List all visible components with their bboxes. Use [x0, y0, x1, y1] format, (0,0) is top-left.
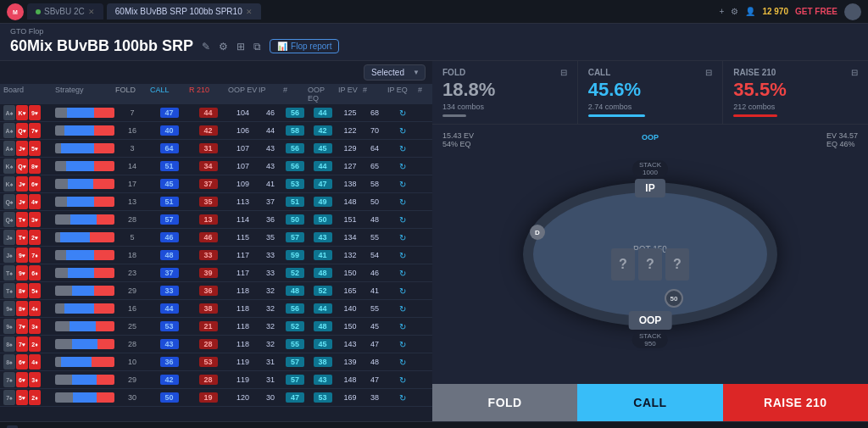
plus-icon[interactable]: +	[720, 7, 725, 16]
cell: 42	[189, 125, 227, 136]
tab-close-2[interactable]: ✕	[246, 8, 253, 16]
flop-report-label: Flop report	[291, 42, 331, 51]
call-filter-icon[interactable]: ⊟	[705, 68, 712, 77]
chevron-down-icon: ▼	[413, 69, 420, 76]
row-expand-icon[interactable]: ↻	[387, 126, 417, 136]
table-icon[interactable]: ⊞	[235, 39, 247, 54]
edit-icon[interactable]: ✎	[200, 39, 212, 54]
get-free-button[interactable]: GET FREE	[795, 7, 837, 16]
table-row[interactable]: A♠Q♥7♥16404210644584212270↻	[0, 122, 432, 140]
cell: 21	[189, 321, 227, 331]
board-cards: 9♠8♥4♦	[3, 301, 54, 316]
card-2: ?	[638, 248, 662, 281]
cell: 118	[228, 322, 258, 331]
table-row[interactable]: 9♠8♥4♦16443811832564414055↻	[0, 300, 432, 318]
cell: 140	[338, 304, 362, 313]
table-row[interactable]: A♠J♥5♥3643110743564512964↻	[0, 140, 432, 158]
cell: 47	[283, 392, 307, 403]
table-row[interactable]: J♠9♥7♦18483311733594113254↻	[0, 247, 432, 264]
table-row[interactable]: 7♠6♥3♦29422811931574314847↻	[0, 371, 432, 389]
row-expand-icon[interactable]: ↻	[387, 162, 417, 171]
table-row[interactable]: A♠K♥9♥7474410446564412568↻	[0, 104, 432, 122]
row-expand-icon[interactable]: ↻	[387, 180, 417, 189]
table-row[interactable]: T♠8♥5♦29333611832485216541↻	[0, 282, 432, 300]
raise-filter-icon[interactable]: ⊟	[851, 68, 858, 77]
cell: 34	[189, 161, 227, 171]
row-expand-icon[interactable]: ↻	[387, 304, 417, 314]
table-row[interactable]: Q♠T♥3♥28571311436505015148↻	[0, 211, 432, 229]
cell: 53	[189, 357, 227, 367]
copy-icon[interactable]: ⧉	[252, 39, 263, 54]
cell: 33	[259, 251, 282, 259]
cell: 44	[150, 303, 188, 314]
call-stat-header: CALL ⊟	[588, 68, 713, 77]
card-1: ?	[611, 248, 635, 281]
row-expand-icon[interactable]: ↻	[387, 340, 417, 349]
cell: 132	[338, 251, 362, 259]
fold-button[interactable]: FOLD	[432, 384, 577, 421]
row-expand-icon[interactable]: ↻	[387, 286, 417, 296]
row-expand-icon[interactable]: ↻	[387, 393, 417, 403]
settings-icon[interactable]: ⚙	[731, 7, 738, 16]
fold-combos: 134 combos	[442, 103, 567, 111]
table-row[interactable]: 8♠6♥4♦10365311931573813948↻	[0, 353, 432, 371]
gear-icon[interactable]: ⚙	[217, 39, 230, 54]
cell: 45	[363, 322, 387, 331]
col-raise[interactable]: R 210	[189, 86, 227, 103]
cell: 46	[363, 269, 387, 277]
row-expand-icon[interactable]: ↻	[387, 215, 417, 225]
call-button[interactable]: CALL	[577, 384, 722, 421]
cell: 28	[115, 340, 149, 348]
board-cards: 7♠5♥2♦	[3, 390, 54, 405]
strategy-bar	[55, 125, 114, 136]
cell: 48	[150, 250, 188, 260]
row-expand-icon[interactable]: ↻	[387, 144, 417, 153]
board-cards: 7♠6♥3♦	[3, 372, 54, 387]
row-expand-icon[interactable]: ↻	[387, 197, 417, 207]
row-expand-icon[interactable]: ↻	[387, 233, 417, 242]
board-cards: T♠9♥6♦	[3, 265, 54, 281]
cell: 48	[308, 321, 337, 331]
tab-close-1[interactable]: ✕	[88, 8, 95, 16]
fold-filter-icon[interactable]: ⊟	[560, 68, 567, 77]
cell: 50	[363, 197, 387, 206]
cell: 14	[115, 162, 149, 170]
table-row[interactable]: Q♠J♥4♥13513511337514914850↻	[0, 193, 432, 211]
dealer-button: D	[530, 225, 545, 240]
table-row[interactable]: J♠T♥2♥5464611535574313455↻	[0, 229, 432, 247]
tab-buvbb[interactable]: 60Mix BUvBB SRP 100bb SPR10 ✕	[107, 3, 261, 19]
table-row[interactable]: K♠Q♥8♥14513410743564412765↻	[0, 158, 432, 175]
row-expand-icon[interactable]: ↻	[387, 358, 417, 367]
cell: 28	[115, 215, 149, 224]
row-expand-icon[interactable]: ↻	[387, 322, 417, 331]
strategy-bar	[55, 143, 114, 153]
strategy-bar	[55, 375, 114, 385]
flop-report-button[interactable]: 📊 Flop report	[270, 39, 339, 53]
table-row[interactable]: T♠9♥6♦23373911733524815046↻	[0, 264, 432, 282]
user-icon[interactable]: 👤	[745, 7, 755, 16]
cell: 54	[363, 251, 387, 259]
cell: 44	[308, 303, 337, 314]
col-fold[interactable]: FOLD	[115, 86, 149, 103]
raise-stat-header: RAISE 210 ⊟	[733, 68, 858, 77]
oop-stack-label: STACK 950	[632, 331, 668, 348]
tab-sbvbu[interactable]: SBvBU 2C ✕	[27, 3, 103, 19]
row-expand-icon[interactable]: ↻	[387, 251, 417, 260]
row-expand-icon[interactable]: ↻	[387, 269, 417, 278]
table-row[interactable]: K♠J♥6♥17453710941534713858↻	[0, 175, 432, 193]
app-logo: M	[7, 3, 24, 20]
table-row[interactable]: 9♠7♥3♦25532111832524815045↻	[0, 318, 432, 336]
raise-button[interactable]: RAISE 210	[723, 384, 868, 421]
avatar[interactable]	[844, 3, 861, 20]
row-expand-icon[interactable]: ↻	[387, 375, 417, 385]
table-row[interactable]: 8♠7♥2♦28432811832554514347↻	[0, 336, 432, 353]
ip-ev-value: 15.43 EV	[442, 131, 474, 140]
cell: 143	[338, 340, 362, 348]
selected-dropdown[interactable]: Selected ▼	[364, 64, 426, 81]
call-stat-name: CALL	[588, 68, 611, 77]
row-expand-icon[interactable]: ↻	[387, 108, 417, 118]
action-row: FOLD CALL RAISE 210	[432, 384, 868, 421]
cell: 30	[259, 393, 282, 402]
col-call[interactable]: CALL	[150, 86, 188, 103]
table-row[interactable]: 7♠5♥2♦30501912030475316938↻	[0, 389, 432, 407]
